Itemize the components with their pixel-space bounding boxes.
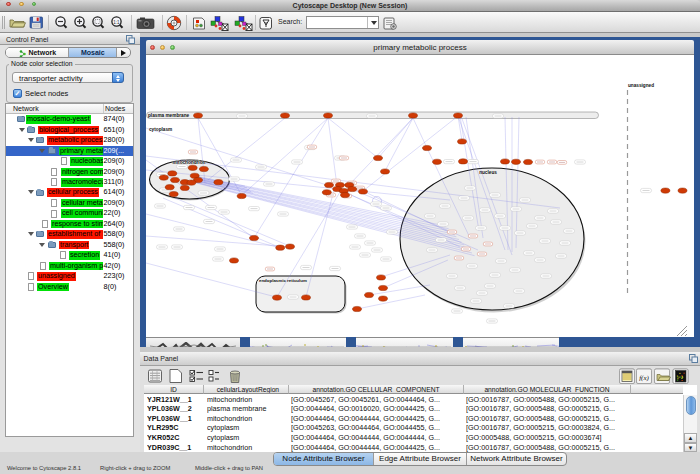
svg-text:mitochondrion: mitochondrion [173, 160, 206, 165]
svg-text:f(x): f(x) [639, 374, 649, 382]
svg-text:plasma membrane: plasma membrane [148, 113, 190, 118]
svg-text:unassigned: unassigned [628, 83, 654, 88]
svg-text:nucleus: nucleus [479, 170, 497, 175]
svg-text:1:1: 1:1 [113, 20, 120, 25]
svg-text:cytoplasm: cytoplasm [149, 127, 172, 132]
svg-text:endoplasmic reticulum: endoplasmic reticulum [259, 278, 307, 283]
